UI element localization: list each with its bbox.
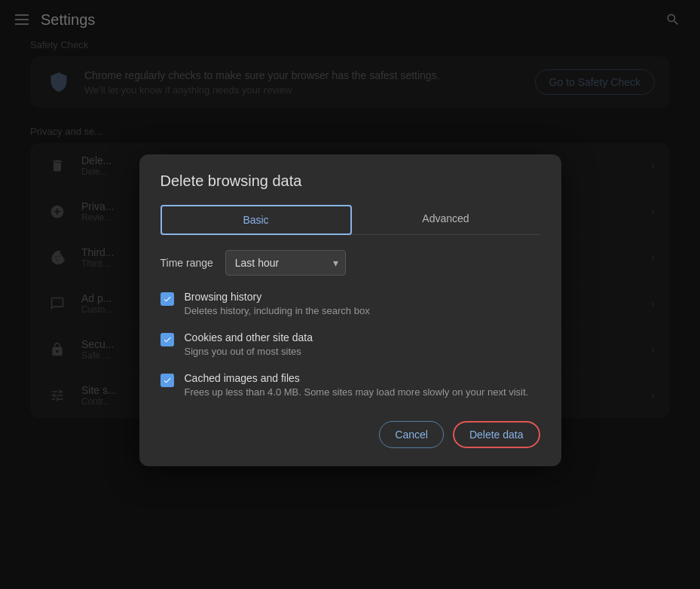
checkbox-cookies-box[interactable] — [160, 333, 174, 346]
tab-advanced[interactable]: Advanced — [352, 205, 540, 235]
time-range-row: Time range Last hour Last 24 hours Last … — [160, 250, 540, 276]
checkbox-browsing-history-input[interactable] — [160, 292, 174, 306]
checkbox-browsing-history-box[interactable] — [160, 292, 174, 306]
checkbox-cached-input[interactable] — [160, 374, 174, 387]
dialog-actions: Cancel Delete data — [160, 420, 540, 447]
checkbox-cached-text: Cached images and files Frees up less th… — [185, 372, 529, 399]
checkbox-cookies-text: Cookies and other site data Signs you ou… — [185, 331, 313, 359]
checkbox-cached-images: Cached images and files Frees up less th… — [160, 372, 540, 399]
cancel-button[interactable]: Cancel — [379, 420, 444, 447]
checkbox-cookies: Cookies and other site data Signs you ou… — [160, 331, 540, 359]
checkmark-icon-2 — [163, 335, 172, 344]
tab-basic[interactable]: Basic — [160, 205, 352, 235]
checkbox-cached-box[interactable] — [160, 374, 174, 387]
time-range-label: Time range — [160, 257, 213, 269]
checkbox-cookies-input[interactable] — [160, 333, 174, 346]
checkbox-browsing-history: Browsing history Deletes history, includ… — [160, 291, 540, 318]
checkbox-browsing-history-text: Browsing history Deletes history, includ… — [185, 291, 370, 318]
delete-browsing-data-dialog: Delete browsing data Basic Advanced Time… — [139, 154, 561, 466]
dialog-title: Delete browsing data — [160, 172, 540, 190]
checkmark-icon — [163, 294, 172, 304]
time-range-select-wrapper[interactable]: Last hour Last 24 hours Last 7 days Last… — [225, 250, 346, 276]
checkmark-icon-3 — [163, 376, 172, 385]
dialog-tabs: Basic Advanced — [160, 205, 540, 235]
delete-data-button[interactable]: Delete data — [453, 420, 540, 447]
time-range-select[interactable]: Last hour Last 24 hours Last 7 days Last… — [225, 250, 346, 276]
